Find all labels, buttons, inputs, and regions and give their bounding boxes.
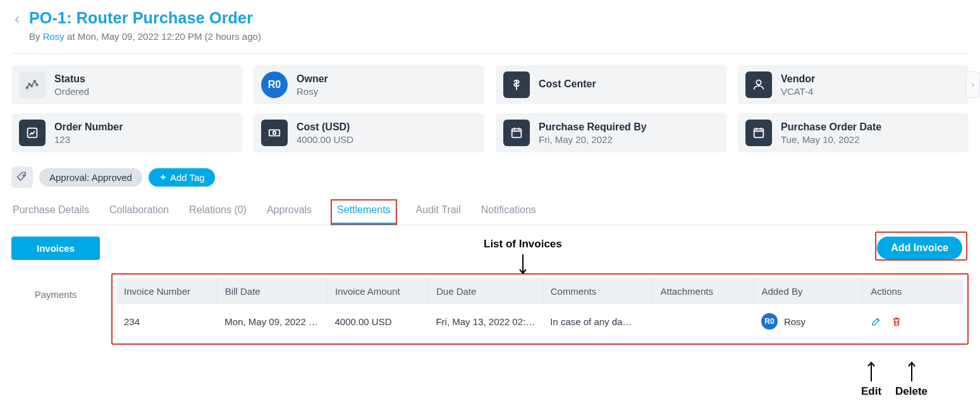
- order-icon: [19, 120, 46, 146]
- tab-relations[interactable]: Relations (0): [188, 199, 248, 225]
- page-title: PO-1: Router Purchase Order: [29, 9, 969, 27]
- calendar-icon: [745, 120, 772, 146]
- tab-collaboration[interactable]: Collaboration: [108, 199, 170, 225]
- col-invoice-number: Invoice Number: [116, 278, 217, 304]
- cost-center-card: Cost Center: [496, 65, 726, 104]
- invoice-table: Invoice Number Bill Date Invoice Amount …: [116, 278, 964, 340]
- edit-icon[interactable]: [871, 316, 882, 327]
- status-card: Status Ordered: [11, 65, 242, 104]
- delete-icon[interactable]: [891, 316, 902, 327]
- divider: [11, 53, 969, 54]
- col-amount: Invoice Amount: [327, 278, 428, 304]
- dollar-icon: [503, 71, 530, 98]
- cash-icon: [261, 120, 288, 146]
- user-icon: [745, 71, 772, 98]
- tab-notifications[interactable]: Notifications: [480, 199, 537, 225]
- svg-rect-10: [754, 129, 764, 138]
- tag-icon: [11, 166, 33, 188]
- col-bill-date: Bill Date: [217, 278, 327, 304]
- vendor-card: Vendor VCAT-4: [738, 65, 969, 104]
- col-added-by: Added By: [754, 278, 863, 304]
- tab-settlements[interactable]: Settlements: [331, 199, 396, 225]
- tab-approvals[interactable]: Approvals: [266, 199, 313, 225]
- order-number-card: Order Number 123: [11, 113, 242, 152]
- annotation-delete: Delete: [895, 357, 928, 398]
- svg-point-5: [756, 80, 761, 85]
- col-comments: Comments: [542, 278, 652, 304]
- add-invoice-button[interactable]: Add Invoice: [877, 237, 962, 259]
- svg-point-8: [273, 132, 276, 135]
- subnav-payments[interactable]: Payments: [11, 283, 100, 306]
- calendar-icon: [503, 120, 530, 146]
- svg-point-4: [36, 84, 38, 86]
- scroll-right-icon[interactable]: [966, 71, 980, 98]
- owner-card: R0 Owner Rosy: [254, 65, 484, 104]
- owner-avatar: R0: [261, 71, 288, 98]
- back-arrow-icon[interactable]: [11, 14, 23, 25]
- avatar: R0: [761, 313, 778, 330]
- approval-chip: Approval: Approved: [39, 168, 142, 187]
- table-row[interactable]: 234 Mon, May 09, 2022 … 4000.00 USD Fri,…: [116, 304, 964, 339]
- svg-rect-9: [512, 129, 522, 138]
- add-tag-button[interactable]: Add Tag: [149, 168, 215, 187]
- author-link[interactable]: Rosy: [43, 31, 64, 42]
- col-actions: Actions: [863, 278, 964, 304]
- po-date-card: Purchase Order Date Tue, May 10, 2022: [738, 113, 969, 152]
- tab-audit-trail[interactable]: Audit Trail: [415, 199, 462, 225]
- cost-card: Cost (USD) 4000.00 USD: [254, 113, 484, 152]
- subnav-invoices[interactable]: Invoices: [11, 237, 100, 260]
- col-attachments: Attachments: [652, 278, 754, 304]
- required-by-card: Purchase Required By Fri, May 20, 2022: [496, 113, 726, 152]
- tab-purchase-details[interactable]: Purchase Details: [11, 199, 90, 225]
- svg-point-11: [23, 175, 25, 176]
- annotation-list: List of Invoices: [484, 238, 562, 278]
- status-icon: [19, 71, 46, 98]
- byline: By Rosy at Mon, May 09, 2022 12:20 PM (2…: [29, 31, 969, 42]
- highlight-box: Invoice Number Bill Date Invoice Amount …: [111, 273, 969, 345]
- col-due-date: Due Date: [428, 278, 542, 304]
- annotation-edit: Edit: [861, 357, 881, 398]
